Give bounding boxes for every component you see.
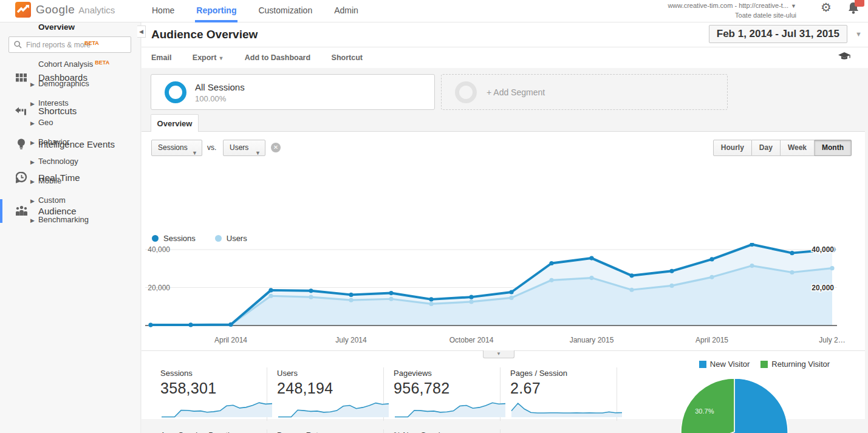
sidebar-collapse-button[interactable]: ◀ bbox=[137, 26, 146, 38]
chart-collapse-handle[interactable]: ▼ bbox=[483, 350, 514, 358]
granularity-button-day[interactable]: Day bbox=[752, 140, 781, 156]
report-action-bar: Email Export▼ Add to Dashboard Shortcut bbox=[142, 47, 868, 68]
sidebar-item-intelligence-events[interactable]: Intelligence Events bbox=[0, 128, 141, 161]
beta-badge: BETA bbox=[84, 40, 99, 46]
realtime-icon bbox=[15, 172, 28, 183]
metric-label: Avg. Session Duration bbox=[160, 431, 267, 433]
gear-icon[interactable]: ⚙ bbox=[821, 0, 832, 15]
shortcut-button[interactable]: Shortcut bbox=[332, 47, 363, 68]
sidebar-item-label: Intelligence Events bbox=[38, 139, 115, 149]
nav-tab-customization[interactable]: Customization bbox=[257, 0, 313, 22]
sessions-users-chart[interactable]: 20,00020,00040,00040,000 bbox=[142, 243, 856, 335]
pie-legend-item-returning-visitor: Returning Visitor bbox=[760, 360, 830, 369]
metric-card-users[interactable]: Users248,194 bbox=[267, 367, 384, 421]
beta-badge: BETA bbox=[95, 60, 109, 66]
nav-tab-admin[interactable]: Admin bbox=[333, 0, 360, 22]
metric-label: Pageviews bbox=[394, 369, 500, 378]
segment-all-sessions[interactable]: All Sessions 100.00% bbox=[151, 74, 435, 110]
tab-overview[interactable]: Overview bbox=[151, 114, 199, 132]
metric-label: Sessions bbox=[160, 369, 267, 378]
segment-title: All Sessions bbox=[195, 82, 245, 92]
sidebar-item-label: Audience bbox=[38, 206, 77, 216]
google-analytics-logo[interactable]: Google Analytics bbox=[15, 2, 115, 18]
product-text: Analytics bbox=[78, 5, 115, 15]
legend-swatch-icon bbox=[760, 361, 768, 368]
sidebar-item-label: Shortcuts bbox=[38, 106, 77, 116]
legend-dot-icon bbox=[215, 235, 222, 242]
chevron-down-icon: ▼ bbox=[192, 146, 197, 161]
intelligence-icon bbox=[15, 138, 28, 150]
granularity-button-week[interactable]: Week bbox=[781, 140, 815, 156]
granularity-button-group: HourlyDayWeekMonth bbox=[713, 140, 852, 156]
top-nav: Google Analytics HomeReportingCustomizat… bbox=[0, 0, 868, 22]
metric-card-pageviews[interactable]: Pageviews956,782 bbox=[384, 367, 501, 421]
analytics-logo-icon bbox=[15, 2, 31, 18]
dashboards-icon bbox=[15, 72, 28, 83]
sidebar-item-dashboards[interactable]: Dashboards bbox=[0, 61, 141, 94]
metric-card-bounce-rate[interactable]: Bounce Rate48.80% bbox=[267, 429, 384, 433]
metric-value: 358,301 bbox=[160, 380, 267, 397]
legend-swatch-icon bbox=[699, 361, 706, 368]
svg-text:40,000: 40,000 bbox=[148, 245, 170, 254]
date-range-caret-icon[interactable]: ▼ bbox=[855, 30, 862, 38]
search-input[interactable] bbox=[26, 41, 123, 49]
date-range-selector[interactable]: Feb 1, 2014 - Jul 31, 2015 bbox=[709, 25, 847, 43]
metric-value: 956,782 bbox=[394, 380, 500, 397]
report-search[interactable] bbox=[9, 36, 131, 53]
add-segment-button[interactable]: + Add Segment bbox=[441, 74, 728, 110]
x-axis-label: July 2… bbox=[819, 336, 845, 344]
google-analytics-app: Google Analytics HomeReportingCustomizat… bbox=[0, 0, 868, 433]
metric-card-avg-session-duration[interactable]: Avg. Session Duration00:02:20 bbox=[151, 429, 267, 433]
metric-sparkline bbox=[510, 400, 623, 419]
overview-panel: Sessions▼ vs. Users▼ ✕ HourlyDayWeekMont… bbox=[142, 131, 865, 419]
segment-donut-icon bbox=[165, 81, 186, 103]
sidebar-item-audience[interactable]: Audience bbox=[0, 194, 141, 228]
account-property: www.creative-tim.com - http://creative-t… bbox=[668, 2, 788, 9]
tutorial-graduation-cap-icon[interactable] bbox=[838, 52, 851, 64]
notifications-bell-icon[interactable] bbox=[847, 1, 859, 17]
x-axis-label: October 2014 bbox=[449, 336, 494, 344]
metric-card-sessions[interactable]: Sessions358,301 bbox=[151, 367, 267, 421]
chart-legend: SessionsUsers bbox=[152, 234, 267, 243]
chevron-down-icon: ▼ bbox=[218, 55, 224, 61]
export-button[interactable]: Export▼ bbox=[193, 47, 224, 69]
email-button[interactable]: Email bbox=[151, 47, 171, 68]
granularity-button-hourly[interactable]: Hourly bbox=[713, 140, 752, 156]
metric-card--new-sessions[interactable]: % New Sessions69.27% bbox=[384, 429, 501, 433]
svg-text:30.7%: 30.7% bbox=[695, 407, 714, 415]
sidebar-item-real-time[interactable]: Real-Time bbox=[0, 161, 141, 194]
shortcuts-icon bbox=[15, 107, 28, 115]
legend-dot-icon bbox=[152, 235, 159, 242]
primary-nav-tabs: HomeReportingCustomizationAdmin bbox=[151, 0, 379, 22]
notification-badge bbox=[855, 0, 864, 7]
add-to-dashboard-button[interactable]: Add to Dashboard bbox=[245, 47, 310, 68]
metric-value: 2.67 bbox=[510, 380, 617, 397]
primary-metric-select[interactable]: Sessions▼ bbox=[151, 140, 202, 156]
metric-label: Pages / Session bbox=[510, 369, 617, 378]
sidebar-item-label: Real-Time bbox=[38, 172, 80, 183]
audience-icon bbox=[15, 206, 28, 216]
legend-item-sessions: Sessions bbox=[152, 234, 196, 243]
metric-label: % New Sessions bbox=[394, 431, 500, 433]
granularity-button-month[interactable]: Month bbox=[815, 140, 852, 156]
report-header: Audience Overview Feb 1, 2014 - Jul 31, … bbox=[142, 22, 868, 47]
metric-card-pages-session[interactable]: Pages / Session2.67 bbox=[501, 367, 617, 421]
metric-value: 248,194 bbox=[277, 380, 383, 397]
account-selector[interactable]: www.creative-tim.com - http://creative-t… bbox=[668, 1, 796, 20]
metric-sparkline bbox=[394, 400, 507, 419]
brand-text: Google bbox=[36, 3, 75, 16]
pie-legend-item-new-visitor: New Visitor bbox=[699, 360, 750, 369]
visitor-type-pie-chart[interactable]: 69.3%30.7% bbox=[679, 377, 790, 433]
page-title: Audience Overview bbox=[151, 28, 258, 41]
chart-x-axis: April 2014July 2014October 2014January 2… bbox=[142, 336, 856, 346]
x-axis-label: April 2015 bbox=[695, 336, 728, 344]
metric-label: Users bbox=[277, 369, 383, 378]
sidebar-item-shortcuts[interactable]: Shortcuts bbox=[0, 94, 141, 128]
nav-tab-home[interactable]: Home bbox=[151, 0, 176, 22]
remove-metric-icon[interactable]: ✕ bbox=[271, 143, 281, 152]
nav-tab-reporting[interactable]: Reporting bbox=[195, 0, 238, 22]
secondary-metric-select[interactable]: Users▼ bbox=[223, 140, 265, 156]
metric-sparkline bbox=[160, 400, 273, 419]
report-content: All Sessions 100.00% + Add Segment Overv… bbox=[142, 68, 868, 433]
add-segment-donut-icon bbox=[455, 81, 477, 103]
